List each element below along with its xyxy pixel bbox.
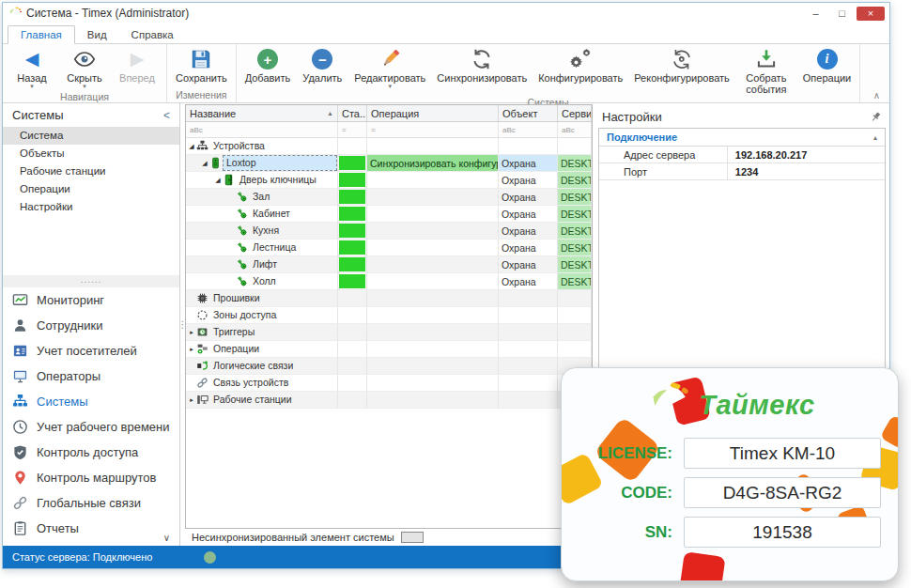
sidebar-more-icon[interactable]: ∨ (163, 533, 170, 543)
door-icon (223, 174, 235, 186)
minimize-button[interactable]: – (804, 7, 827, 21)
status-green-indicator (339, 190, 365, 204)
collapsed-arrow-icon[interactable]: ▸ (187, 346, 196, 353)
expanded-arrow-icon[interactable]: ◢ (200, 160, 209, 167)
column-header-status[interactable]: Ста... ▼ (338, 105, 367, 121)
filter-cell-service[interactable]: аВс (558, 122, 592, 137)
table-row[interactable]: КухняОхранаDESKTOP-... (186, 223, 592, 240)
property-value[interactable]: 1234 (728, 163, 885, 179)
sidebar-pane-splitter[interactable]: ...... (3, 275, 179, 287)
row-name-cell: Лестница (186, 240, 338, 255)
status-green-indicator (339, 240, 365, 255)
collapse-ribbon-icon[interactable]: ∧ (873, 90, 880, 101)
nav-item-Учет посетителей[interactable]: Учет посетителей (3, 338, 179, 364)
row-name-cell: ◢Устройства (186, 138, 338, 154)
nav-item-Мониторинг[interactable]: Мониторинг (3, 287, 179, 313)
filter-cell-name[interactable]: аВс (186, 122, 338, 137)
column-header-operation[interactable]: Операция (367, 105, 499, 121)
row-object-cell: Охрана (499, 256, 558, 272)
tab-Главная[interactable]: Главная (8, 25, 75, 44)
table-row[interactable]: КабинетОхранаDESKTOP-... (186, 206, 592, 223)
nav-item-Контроль маршрутов[interactable]: Контроль маршрутов (3, 465, 179, 490)
pencil-icon (378, 47, 402, 71)
row-status-cell (338, 290, 367, 306)
row-service-cell: DESKTOP-... (558, 223, 592, 239)
ribbon-button-save[interactable]: Сохранить (170, 46, 233, 85)
ribbon-button-info[interactable]: iОперации (797, 46, 857, 85)
sidebar-item-Настройки[interactable]: Настройки (3, 198, 179, 216)
sidebar-item-Рабочие станции[interactable]: Рабочие станции (3, 162, 179, 180)
nav-item-Операторы[interactable]: Операторы (3, 364, 179, 389)
pin-icon (12, 470, 28, 486)
table-row[interactable]: ◢Устройства (186, 138, 592, 155)
row-operation-cell (367, 223, 499, 239)
license-card: Таймекс LICENSE:Timex KM-10CODE:D4G-8SA-… (561, 367, 899, 581)
ribbon-button-remove[interactable]: −Удалить (296, 46, 348, 85)
collapsed-arrow-icon[interactable]: ▸ (187, 329, 196, 336)
ribbon-button-gears[interactable]: Конфигурировать (533, 46, 628, 85)
table-row[interactable]: Связь устройств (186, 375, 592, 392)
ribbon-button-collect[interactable]: Собрать события (735, 46, 797, 96)
table-row[interactable]: ◢Дверь ключницыОхранаDESKTOP-... (186, 172, 592, 189)
license-field-row: LICENSE:Timex KM-10 (579, 438, 881, 469)
column-header-name[interactable]: Название ▲ (186, 105, 338, 121)
expanded-arrow-icon[interactable]: ◢ (213, 177, 223, 184)
property-group-connection[interactable]: Подключение ▴ (599, 129, 885, 147)
ribbon-button-resync[interactable]: Реконфигурировать (628, 46, 735, 85)
nav-item-Учет рабочего времени[interactable]: Учет рабочего времени (3, 414, 179, 440)
nav-item-Глобальные связи[interactable]: Глобальные связи (3, 490, 179, 516)
sidebar-item-Объекты[interactable]: Объекты (3, 145, 179, 162)
table-row[interactable]: ◢LoxtopСинхронизировать конфигурациюОхра… (186, 155, 592, 172)
column-header-object[interactable]: Объект (499, 105, 558, 121)
sidebar-item-Система[interactable]: Система (3, 127, 179, 145)
row-service-cell (558, 307, 592, 323)
tab-Справка[interactable]: Справка (119, 26, 186, 43)
table-row[interactable]: Логические связи (186, 358, 592, 375)
row-name-cell: ▸Операции (186, 341, 338, 357)
filter-cell-operation[interactable]: = (367, 122, 499, 137)
ribbon-button-label: Конфигурировать (538, 72, 623, 84)
person-icon (12, 317, 28, 333)
nav-item-Сотрудники[interactable]: Сотрудники (3, 313, 179, 338)
ribbon-button-pencil[interactable]: Редактировать▾ (348, 46, 431, 90)
property-row: Адрес сервера192.168.20.217 (599, 147, 885, 163)
row-name-cell: Зал (186, 189, 338, 205)
row-status-cell (338, 189, 367, 205)
row-object-cell (499, 392, 558, 408)
property-label: Адрес сервера (599, 147, 728, 162)
nav-item-Контроль доступа[interactable]: Контроль доступа (3, 440, 179, 465)
table-row[interactable]: ХоллОхранаDESKTOP-... (186, 273, 592, 290)
column-header-service[interactable]: Сервис (558, 105, 592, 121)
table-row[interactable]: ЗалОхранаDESKTOP-... (186, 189, 592, 206)
close-button[interactable]: × (857, 7, 885, 21)
table-row[interactable]: Зоны доступа (186, 307, 592, 324)
maximize-button[interactable]: □ (830, 7, 854, 21)
nav-item-Системы[interactable]: Системы (3, 389, 179, 414)
table-row[interactable]: ▸Рабочие станции (186, 392, 592, 409)
property-value[interactable]: 192.168.20.217 (728, 147, 885, 162)
sidebar-collapse-icon[interactable]: < (163, 109, 170, 122)
expanded-arrow-icon[interactable]: ◢ (187, 143, 196, 150)
table-row[interactable]: ▸Триггеры (186, 324, 592, 341)
row-operation-cell (367, 324, 499, 340)
sidebar-item-Операции[interactable]: Операции (3, 180, 179, 198)
pushpin-icon[interactable] (870, 111, 882, 123)
link-icon (12, 495, 28, 511)
table-row[interactable]: ЛифтОхранаDESKTOP-... (186, 256, 592, 273)
ribbon-button-label: Реконфигурировать (634, 72, 730, 84)
nav-item-label: Операторы (37, 369, 100, 383)
table-row[interactable]: ЛестницаОхранаDESKTOP-... (186, 240, 592, 256)
table-row[interactable]: ▸Операции (186, 341, 592, 358)
nav-item-Отчеты[interactable]: Отчеты (3, 516, 179, 541)
ribbon-button-eye[interactable]: Скрыть▾ (58, 46, 111, 90)
table-row[interactable]: Прошивки (186, 290, 592, 307)
ribbon-button-back-arrow[interactable]: ◀Назад▾ (6, 46, 58, 90)
collapsed-arrow-icon[interactable]: ▸ (187, 396, 196, 404)
tab-Вид[interactable]: Вид (75, 26, 119, 43)
ribbon-button-add[interactable]: +Добавить (239, 46, 297, 85)
ribbon-button-sync[interactable]: Синхронизировать (431, 46, 533, 85)
ribbon-button-forward-arrow[interactable]: ▶Вперед (111, 46, 163, 85)
row-service-cell: DESKTOP-... (558, 189, 592, 205)
filter-cell-status[interactable]: = (338, 122, 367, 137)
filter-cell-object[interactable]: аВс (499, 122, 558, 137)
